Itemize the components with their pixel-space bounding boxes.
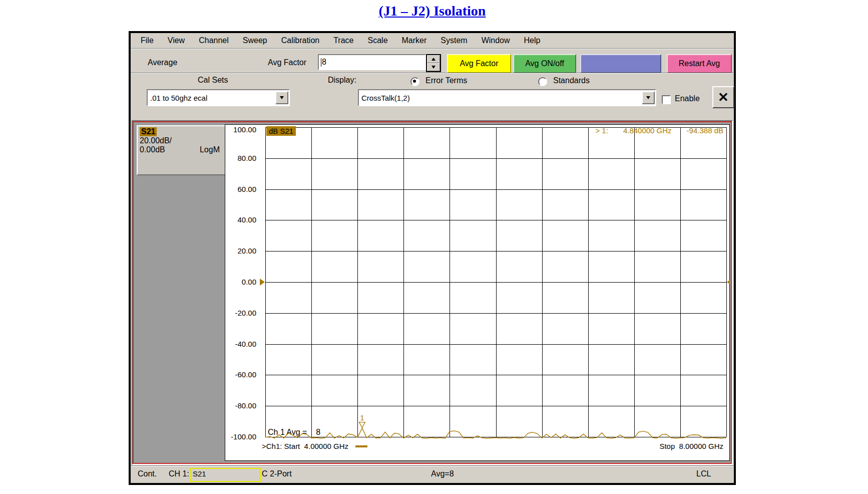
- menu-item-calibration[interactable]: Calibration: [274, 36, 326, 45]
- avg-onoff-button[interactable]: Avg ON/off: [513, 54, 576, 73]
- dropdown-arrow-icon[interactable]: [642, 91, 655, 104]
- status-lcl: LCL: [696, 469, 711, 478]
- corner-trace-label: dB S21: [266, 126, 296, 136]
- spinner-down-button[interactable]: [427, 63, 440, 71]
- menu-item-scale[interactable]: Scale: [361, 36, 395, 45]
- menu-item-marker[interactable]: Marker: [395, 36, 434, 45]
- display-label: Display:: [328, 76, 356, 85]
- menu-bar: FileViewChannelSweepCalibrationTraceScal…: [131, 33, 734, 49]
- avg-factor-button[interactable]: Avg Factor: [447, 54, 511, 73]
- menu-item-file[interactable]: File: [134, 36, 161, 45]
- display-value: CrossTalk(1,2): [359, 94, 642, 102]
- avg-factor-label: Avg Factor: [268, 58, 306, 67]
- cal-sets-dropdown[interactable]: .01 to 50ghz ecal: [147, 89, 290, 106]
- stop-freq-label: Stop 8.00000 GHz: [659, 442, 723, 450]
- marker-value: -94.388 dB: [687, 126, 723, 135]
- status-cont: Cont.: [138, 469, 157, 478]
- marker-symbol[interactable]: [359, 422, 365, 428]
- menu-item-trace[interactable]: Trace: [326, 36, 360, 45]
- blank-button[interactable]: [580, 54, 661, 73]
- toolbar-average-label: Average: [148, 58, 177, 67]
- menu-item-view[interactable]: View: [161, 36, 192, 45]
- page-title: (J1 – J2) Isolation: [129, 3, 736, 19]
- avg-factor-input[interactable]: 8: [318, 54, 426, 70]
- cal-set-value: .01 to 50ghz ecal: [148, 94, 275, 102]
- trace-legend-dash-icon: [355, 445, 367, 447]
- trace-scale: 20.00dB/: [140, 136, 223, 145]
- status-trace-box[interactable]: S21: [190, 468, 261, 482]
- reference-level-left-icon: [260, 279, 265, 286]
- app-window: FileViewChannelSweepCalibrationTraceScal…: [129, 31, 736, 485]
- close-button[interactable]: ✕: [712, 86, 734, 108]
- menu-item-sweep[interactable]: Sweep: [236, 36, 274, 45]
- standards-radio[interactable]: [538, 77, 547, 86]
- dropdown-arrow-icon[interactable]: [275, 91, 288, 104]
- display-red-frame: S21 20.00dB/ 0.00dB LogM 100.0080.0060.0…: [133, 121, 732, 464]
- marker-freq: 4.840000 GHz: [623, 126, 672, 135]
- display-area: S21 20.00dB/ 0.00dB LogM 100.0080.0060.0…: [132, 120, 733, 465]
- avg-factor-stepper: [426, 54, 441, 72]
- menu-item-channel[interactable]: Channel: [192, 36, 236, 45]
- avg-factor-value: 8: [322, 58, 326, 67]
- error-terms-radio[interactable]: [410, 77, 419, 86]
- marker-readout: > 1: 4.840000 GHz -94.388 dB: [595, 126, 723, 135]
- enable-label: Enable: [675, 94, 700, 103]
- plot-border: [225, 125, 730, 461]
- restart-avg-button[interactable]: Restart Avg: [667, 54, 732, 73]
- arrow-down-icon: [431, 66, 436, 69]
- status-channel: CH 1:: [169, 469, 189, 478]
- plot-area: 100.0080.0060.0040.0020.000.00-20.00-40.…: [225, 124, 730, 461]
- status-cal: C 2-Port: [262, 469, 292, 478]
- start-freq-label: >Ch1: Start 4.00000 GHz: [262, 442, 367, 450]
- menu-item-help[interactable]: Help: [517, 36, 548, 45]
- trace-name-badge[interactable]: S21: [140, 127, 157, 136]
- menu-item-window[interactable]: Window: [475, 36, 517, 45]
- arrow-up-icon: [431, 58, 436, 61]
- standards-radio-label: Standards: [553, 76, 590, 85]
- cal-sets-label: Cal Sets: [198, 76, 228, 85]
- stop-freq-text: Stop 8.00000 GHz: [659, 442, 723, 450]
- plot-svg: 1: [225, 124, 730, 461]
- text-cursor: [321, 58, 321, 67]
- start-freq-text: >Ch1: Start 4.00000 GHz: [262, 442, 348, 450]
- trace-status-panel: S21 20.00dB/ 0.00dB LogM: [136, 124, 223, 461]
- chevron-down-icon: [280, 96, 284, 99]
- trace-status-box[interactable]: S21 20.00dB/ 0.00dB LogM: [137, 125, 226, 175]
- trace-format: LogM: [200, 145, 220, 154]
- close-icon: ✕: [718, 91, 729, 104]
- display-dropdown[interactable]: CrossTalk(1,2): [358, 89, 656, 106]
- marker-number: > 1:: [595, 126, 608, 135]
- error-terms-radio-label: Error Terms: [425, 76, 467, 85]
- radio-selected-dot: [413, 80, 416, 83]
- s21-trace: [265, 428, 726, 438]
- enable-checkbox[interactable]: [662, 95, 671, 104]
- menu-item-system[interactable]: System: [433, 36, 474, 45]
- marker-id-label: 1: [360, 413, 364, 422]
- spinner-up-button[interactable]: [427, 55, 440, 63]
- status-avg: Avg=8: [431, 469, 454, 478]
- trace-ref: 0.00dB: [140, 145, 165, 154]
- cal-sets-panel: Cal Sets Display: Error Terms Standards …: [131, 73, 734, 114]
- chevron-down-icon: [646, 96, 650, 99]
- status-bar: Cont. CH 1: S21 C 2-Port Avg=8 LCL: [131, 465, 734, 483]
